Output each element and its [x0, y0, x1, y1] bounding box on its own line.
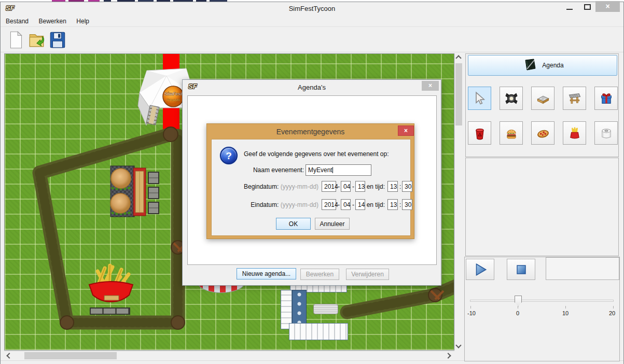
ok-button[interactable]: OK	[276, 218, 311, 230]
open-folder-icon	[27, 30, 47, 50]
agenda-book-icon	[521, 59, 537, 72]
vertical-scrollbar-thumb[interactable]	[455, 63, 462, 125]
toolbar	[1, 27, 623, 52]
date-separator: -	[338, 201, 340, 208]
question-icon: ?	[220, 147, 238, 164]
end-hour-field[interactable]: 13	[387, 199, 398, 210]
bench	[148, 187, 159, 199]
bench	[90, 307, 130, 315]
tent-logo-text: SimFest	[164, 91, 183, 96]
agenda-button[interactable]: Agenda	[468, 55, 617, 76]
end-date-label: Eindatum:	[251, 201, 279, 208]
event-instruction: Geef de volgende gegevens over het eveme…	[244, 150, 389, 158]
barrier-bottom	[289, 323, 348, 340]
tent-logo-badge	[163, 86, 184, 107]
save-button[interactable]	[48, 30, 67, 50]
event-data-dialog: Evenementgegevens × ? Geef de volgende g…	[206, 123, 414, 239]
close-button[interactable]: ×	[595, 1, 620, 12]
tool-gift[interactable]	[594, 87, 618, 110]
tool-spotlight[interactable]	[500, 87, 523, 110]
agenda-button-label: Agenda	[542, 62, 563, 69]
end-day-field[interactable]: 14	[355, 199, 365, 210]
begin-time-label: en tijd:	[365, 183, 385, 190]
verwijderen-button[interactable]: Verwijderen	[346, 269, 389, 280]
date-separator: -	[338, 183, 340, 190]
tool-trash[interactable]	[468, 121, 491, 145]
speed-slider-thumb[interactable]	[515, 296, 522, 306]
end-minute-field[interactable]: 30	[402, 199, 412, 210]
end-time-label: en tijd:	[365, 201, 385, 208]
agendas-dialog-title: Agenda's	[183, 83, 441, 91]
cancel-button[interactable]: Annuleer	[315, 218, 350, 230]
agenda-list-box	[465, 158, 619, 256]
fries-stand	[85, 263, 137, 305]
event-dialog-close-button[interactable]: ×	[398, 125, 414, 136]
menubar: Bestand Bewerken Help	[1, 16, 623, 27]
tool-select[interactable]	[468, 87, 491, 110]
nieuwe-agenda-button[interactable]: Nieuwe agenda...	[237, 268, 296, 279]
event-name-field[interactable]: MyEvent	[306, 164, 371, 176]
text-caret	[332, 167, 333, 173]
begin-hour-field[interactable]: 13	[387, 181, 398, 192]
cursor-icon	[473, 91, 487, 106]
time-separator: :	[399, 201, 401, 208]
date-separator: -	[352, 183, 354, 190]
window-title: SimFestTycoon	[0, 5, 624, 12]
stop-button[interactable]	[507, 259, 535, 280]
tool-pizza[interactable]	[531, 121, 554, 145]
bench	[313, 304, 338, 314]
right-panel: Agenda	[464, 53, 620, 361]
hamburger-icon	[504, 126, 519, 141]
event-dialog-title: Evenementgegevens	[207, 128, 414, 136]
gift-icon	[599, 91, 614, 106]
tool-fries[interactable]	[563, 121, 586, 145]
toilet-paper-icon	[599, 126, 614, 141]
begin-year-field[interactable]: 2014	[322, 181, 336, 192]
slider-tick-20: 20	[609, 310, 615, 316]
bench	[148, 202, 159, 214]
name-label: Naam evenement:	[229, 166, 304, 174]
menu-bestand[interactable]: Bestand	[6, 16, 33, 25]
bewerken-button[interactable]: Bewerken	[300, 269, 339, 280]
pizza-icon	[536, 126, 550, 141]
save-floppy-icon	[48, 30, 67, 50]
agendas-dialog-titlebar: SF Agenda's ×	[183, 80, 441, 94]
menu-help[interactable]: Help	[76, 16, 94, 25]
tent-logo-subtext: TYCOON	[167, 99, 180, 102]
begin-minute-field[interactable]: 30	[402, 181, 412, 192]
spotlight-icon	[504, 91, 519, 106]
open-file-button[interactable]	[27, 30, 47, 50]
begin-month-field[interactable]: 04	[341, 181, 351, 192]
event-name-value: MyEvent	[308, 166, 332, 174]
playback-group: -10 0 10 20 + − 100%	[464, 257, 620, 361]
event-dialog-content: ? Geef de volgende gegevens over het eve…	[211, 139, 411, 236]
end-year-field[interactable]: 2014	[322, 199, 336, 210]
maximize-button[interactable]	[584, 4, 591, 10]
horizontal-scrollbar-thumb[interactable]	[24, 352, 117, 359]
agendas-dialog-close-button[interactable]: ×	[422, 81, 439, 91]
end-month-field[interactable]: 04	[341, 199, 351, 210]
tool-toilet-paper[interactable]	[594, 121, 618, 145]
trash-bin-icon	[473, 126, 487, 141]
end-date-format: (yyyy-mm-dd)	[281, 201, 318, 208]
tool-hamburger[interactable]	[500, 121, 523, 145]
tool-path[interactable]	[531, 87, 554, 110]
play-button[interactable]	[466, 259, 494, 280]
time-separator: :	[399, 183, 401, 190]
playback-status-box	[546, 257, 619, 280]
begin-day-field[interactable]: 13	[355, 181, 365, 192]
new-document-icon	[6, 30, 26, 50]
slider-tick-10: 10	[562, 310, 568, 316]
tool-stage[interactable]	[563, 87, 586, 110]
tools-group: Agenda	[465, 53, 619, 157]
speed-slider-track[interactable]	[470, 300, 614, 302]
bench	[148, 172, 159, 184]
begin-date-format: (yyyy-mm-dd)	[281, 183, 318, 190]
fries-icon	[567, 126, 582, 141]
slider-tick-0: 0	[516, 310, 519, 316]
minimize-button[interactable]	[566, 9, 573, 10]
menu-bewerken[interactable]: Bewerken	[39, 16, 71, 25]
play-icon	[472, 262, 489, 277]
stop-icon	[514, 262, 529, 277]
new-file-button[interactable]	[6, 30, 26, 50]
